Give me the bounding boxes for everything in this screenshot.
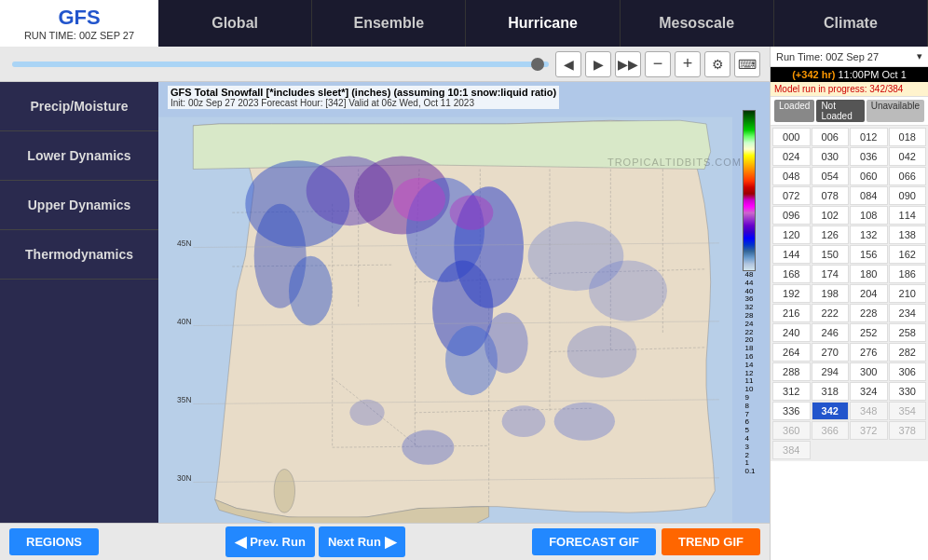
forecast-hour-012[interactable]: 012 — [850, 128, 888, 146]
forecast-hour-324[interactable]: 324 — [850, 382, 888, 401]
back-button[interactable]: ◀ — [555, 51, 581, 77]
forecast-hour-144[interactable]: 144 — [772, 245, 811, 264]
sidebar-item-upper-dynamics[interactable]: Upper Dynamics — [0, 181, 158, 230]
forecast-hour-072[interactable]: 072 — [772, 186, 811, 205]
tab-global[interactable]: Global — [158, 0, 312, 47]
forecast-hour-264[interactable]: 264 — [772, 343, 811, 362]
forecast-hour-084[interactable]: 084 — [850, 186, 888, 205]
forecast-hour-354[interactable]: 354 — [889, 402, 927, 420]
forecast-hour-372[interactable]: 372 — [850, 421, 888, 440]
forecast-hour-330[interactable]: 330 — [889, 382, 927, 401]
forecast-hour-036[interactable]: 036 — [850, 147, 888, 166]
forecast-hour-192[interactable]: 192 — [772, 284, 811, 303]
forecast-hour-000[interactable]: 000 — [772, 128, 811, 146]
forecast-hour-258[interactable]: 258 — [889, 323, 927, 342]
right-panel: Run Time: 00Z Sep 27 ▾ (+342 hr) 11:00PM… — [770, 47, 928, 560]
forecast-hour-300[interactable]: 300 — [850, 362, 888, 381]
forecast-hour-060[interactable]: 060 — [850, 167, 888, 185]
tab-mesoscale[interactable]: Mesoscale — [621, 0, 774, 47]
settings-button[interactable]: ⚙ — [704, 51, 730, 77]
forecast-hour-042[interactable]: 042 — [889, 147, 927, 166]
forecast-hour-018[interactable]: 018 — [889, 128, 927, 146]
forecast-hour-126[interactable]: 126 — [812, 225, 850, 244]
sidebar-item-thermodynamics[interactable]: Thermodynamics — [0, 230, 158, 280]
map-image[interactable]: 45N 40N 35N 30N 130W 125W 120W 115W 110W… — [158, 110, 732, 523]
prev-run-button[interactable]: ◀ Prev. Run — [225, 526, 315, 557]
forecast-hour-204[interactable]: 204 — [850, 284, 888, 303]
forecast-hour-366[interactable]: 366 — [812, 421, 850, 440]
svg-point-33 — [589, 261, 667, 321]
forecast-hour-348[interactable]: 348 — [850, 402, 888, 420]
map-title: GFS Total Snowfall [*includes sleet*] (i… — [168, 86, 559, 109]
forecast-hour-210[interactable]: 210 — [889, 284, 927, 303]
plus-button[interactable]: + — [675, 51, 701, 77]
sidebar-item-lower-dynamics[interactable]: Lower Dynamics — [0, 131, 158, 181]
forecast-hour-024[interactable]: 024 — [772, 147, 811, 166]
trend-gif-button[interactable]: TREND GIF — [662, 528, 760, 555]
forecast-hour-186[interactable]: 186 — [889, 265, 927, 283]
tab-climate[interactable]: Climate — [774, 0, 928, 47]
prev-run-label: Prev. Run — [250, 535, 306, 549]
forecast-hour-234[interactable]: 234 — [889, 304, 927, 322]
tab-ensemble[interactable]: Ensemble — [312, 0, 466, 47]
bottom-bar: REGIONS ◀ Prev. Run Next Run ▶ FORECAST … — [0, 523, 770, 560]
forecast-hour-342[interactable]: 342 — [812, 402, 850, 420]
forecast-hour-030[interactable]: 030 — [812, 147, 850, 166]
forecast-hour-384[interactable]: 384 — [772, 441, 811, 459]
forecast-hour-222[interactable]: 222 — [812, 304, 850, 322]
top-navigation: GFS RUN TIME: 00Z SEP 27 Global Ensemble… — [0, 0, 928, 47]
forecast-hour-168[interactable]: 168 — [772, 265, 811, 283]
loaded-badge: Loaded — [774, 100, 814, 122]
forecast-hour-270[interactable]: 270 — [812, 343, 850, 362]
forecast-hour-228[interactable]: 228 — [850, 304, 888, 322]
forward-button[interactable]: ▶▶ — [615, 51, 641, 77]
tab-hurricane[interactable]: Hurricane — [466, 0, 620, 47]
next-run-button[interactable]: Next Run ▶ — [319, 526, 405, 557]
forecast-hour-294[interactable]: 294 — [812, 362, 850, 381]
forecast-hour-240[interactable]: 240 — [772, 323, 811, 342]
forecast-hour-282[interactable]: 282 — [889, 343, 927, 362]
forecast-hour-138[interactable]: 138 — [889, 225, 927, 244]
keyboard-button[interactable]: ⌨ — [734, 51, 760, 77]
forecast-hour-090[interactable]: 090 — [889, 186, 927, 205]
svg-point-35 — [393, 178, 445, 222]
timeline-slider[interactable] — [12, 61, 549, 67]
forecast-hour-288[interactable]: 288 — [772, 362, 811, 381]
forecast-hour-066[interactable]: 066 — [889, 167, 927, 185]
forecast-hour-246[interactable]: 246 — [812, 323, 850, 342]
forecast-gif-button[interactable]: FORECAST GIF — [532, 528, 656, 555]
forecast-hour-252[interactable]: 252 — [850, 323, 888, 342]
forecast-hour-114[interactable]: 114 — [889, 206, 927, 225]
forecast-hour-108[interactable]: 108 — [850, 206, 888, 225]
forecast-hour-120[interactable]: 120 — [772, 225, 811, 244]
forecast-hour-006[interactable]: 006 — [812, 128, 850, 146]
forecast-hour-360[interactable]: 360 — [772, 421, 811, 440]
regions-button[interactable]: REGIONS — [9, 528, 99, 555]
forecast-hour-306[interactable]: 306 — [889, 362, 927, 381]
forecast-hour-048[interactable]: 048 — [772, 167, 811, 185]
minus-button[interactable]: − — [645, 51, 671, 77]
timeline-thumb[interactable] — [531, 58, 544, 71]
forecast-hour-174[interactable]: 174 — [812, 265, 850, 283]
forecast-hour-132[interactable]: 132 — [850, 225, 888, 244]
svg-text:35N: 35N — [177, 395, 191, 404]
forecast-hour-102[interactable]: 102 — [812, 206, 850, 225]
forecast-hour-336[interactable]: 336 — [772, 402, 811, 420]
forecast-hour-318[interactable]: 318 — [812, 382, 850, 401]
forecast-hour-156[interactable]: 156 — [850, 245, 888, 264]
forecast-hour-054[interactable]: 054 — [812, 167, 850, 185]
dropdown-arrow[interactable]: ▾ — [917, 50, 922, 62]
forecast-hour-312[interactable]: 312 — [772, 382, 811, 401]
forecast-hour-150[interactable]: 150 — [812, 245, 850, 264]
sidebar-item-precip[interactable]: Precip/Moisture — [0, 82, 158, 131]
forecast-hour-078[interactable]: 078 — [812, 186, 850, 205]
forecast-hour-276[interactable]: 276 — [850, 343, 888, 362]
play-button[interactable]: ▶ — [585, 51, 611, 77]
forecast-hour-096[interactable]: 096 — [772, 206, 811, 225]
forecast-hour-162[interactable]: 162 — [889, 245, 927, 264]
forecast-hour-180[interactable]: 180 — [850, 265, 888, 283]
forecast-hour-216[interactable]: 216 — [772, 304, 811, 322]
forecast-hour-198[interactable]: 198 — [812, 284, 850, 303]
forecast-datetime: 11:00PM Oct 1 — [838, 69, 906, 80]
forecast-hour-378[interactable]: 378 — [889, 421, 927, 440]
